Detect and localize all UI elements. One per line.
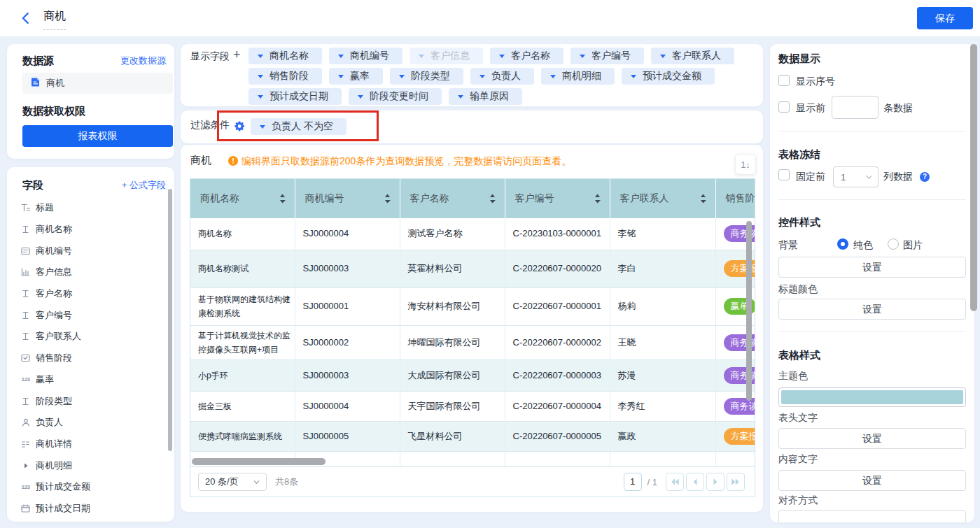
display-field-chip[interactable]: 预计成交日期	[248, 88, 342, 105]
table-row: 基于计算机视觉技术的监控摄像头互联网+项目SJ0000002坤曜国际有限公司C-…	[190, 325, 755, 359]
field-item[interactable]: 客户名称	[7, 283, 174, 305]
change-datasource-link[interactable]: 更改数据源	[120, 55, 166, 67]
field-item[interactable]: 客户编号	[7, 304, 174, 326]
display-field-chip[interactable]: 客户编号	[570, 48, 644, 64]
field-item[interactable]: 阶段类型	[7, 390, 174, 412]
column-header[interactable]: 客户名称	[400, 179, 505, 218]
last-page-button[interactable]	[727, 473, 745, 491]
front-count-unit-label: 条数据	[883, 102, 913, 115]
prev-page-button[interactable]	[686, 473, 704, 491]
chevron-down-icon	[399, 75, 405, 78]
field-list-scrollbar[interactable]	[168, 189, 172, 451]
field-item-label: 商机详情	[36, 438, 72, 450]
display-field-chip[interactable]: 销售阶段	[248, 68, 322, 85]
display-field-chip[interactable]: 赢率	[329, 68, 383, 85]
column-header-label: 客户联系人	[620, 192, 669, 204]
filter-gear-icon[interactable]	[234, 121, 245, 134]
table-vertical-scrollbar[interactable]	[746, 221, 752, 401]
display-field-chip[interactable]: 客户联系人	[651, 48, 734, 64]
table-cell	[610, 451, 715, 466]
image-radio[interactable]	[888, 238, 899, 250]
field-item[interactable]: 123赢率	[7, 369, 174, 391]
content-text-setting-button[interactable]: 设置	[778, 470, 966, 491]
page-number-input[interactable]: 1	[624, 473, 642, 491]
field-item[interactable]: 客户联系人	[7, 326, 174, 348]
display-field-chip[interactable]: 商机编号	[329, 48, 402, 64]
field-item[interactable]: 商机名称	[7, 219, 174, 241]
page-title[interactable]: 商机	[43, 9, 66, 30]
filter-condition-chip[interactable]: 负责人 不为空	[251, 118, 346, 135]
show-index-checkbox[interactable]	[778, 75, 790, 86]
help-icon[interactable]: ?	[920, 172, 930, 182]
field-item[interactable]: 商机明细	[7, 455, 174, 476]
background-setting-button[interactable]: 设置	[778, 257, 966, 278]
add-display-field-icon[interactable]: +	[233, 48, 241, 62]
sort-arrows-icon[interactable]	[279, 194, 286, 206]
page-size-select[interactable]: 20 条/页	[198, 473, 267, 491]
field-item[interactable]: 销售阶段	[7, 348, 174, 369]
header-text-setting-button[interactable]: 设置	[778, 428, 966, 449]
datasource-item[interactable]: 商机	[22, 73, 173, 94]
align-control[interactable]	[778, 510, 966, 522]
permission-title: 数据获取权限	[22, 105, 85, 118]
display-field-chip[interactable]: 客户信息	[410, 48, 483, 64]
field-item[interactable]: 商机编号	[7, 240, 174, 262]
sort-arrows-icon[interactable]	[594, 194, 601, 206]
title-color-setting-button[interactable]: 设置	[778, 299, 966, 320]
field-item[interactable]: 标题	[7, 197, 174, 219]
data-display-title: 数据显示	[778, 52, 966, 66]
field-item-label: 赢率	[36, 373, 54, 386]
sort-arrows-icon[interactable]	[384, 194, 391, 206]
field-item[interactable]: 客户信息	[7, 262, 174, 283]
show-front-checkbox[interactable]	[778, 101, 790, 113]
back-icon[interactable]	[19, 11, 33, 25]
front-count-input[interactable]	[832, 96, 878, 119]
display-field-chip[interactable]: 客户名称	[490, 48, 564, 64]
freeze-checkbox[interactable]	[778, 169, 790, 180]
column-header[interactable]: 客户联系人	[610, 179, 715, 218]
field-item[interactable]: 123预计成交金额	[7, 476, 174, 498]
table-horizontal-scrollbar[interactable]	[192, 458, 326, 465]
panel-scrollbar[interactable]	[970, 44, 977, 311]
freeze-count-select[interactable]: 1	[833, 166, 878, 187]
save-button[interactable]: 保存	[917, 7, 973, 29]
chevron-down-icon	[338, 55, 344, 58]
table-cell: SJ0000003	[295, 250, 400, 287]
chevron-down-icon	[660, 55, 666, 58]
column-header[interactable]: 商机名称	[190, 179, 295, 218]
column-header[interactable]: 商机编号	[295, 179, 400, 218]
display-field-chip[interactable]: 阶段变更时间	[349, 88, 442, 105]
display-field-chip[interactable]: 负责人	[470, 68, 534, 85]
table-cell: C-20220607-0000020	[505, 250, 610, 287]
field-item[interactable]: 商机详情	[7, 434, 174, 455]
display-field-chip[interactable]: 预计成交金额	[622, 68, 715, 85]
next-page-button[interactable]	[706, 473, 724, 491]
add-formula-field-link[interactable]: + 公式字段	[122, 179, 166, 192]
stage-badge: 方案报价	[724, 428, 755, 445]
display-field-chip[interactable]: 阶段类型	[390, 68, 463, 85]
table-row: 小p手环SJ0000003大成国际有限公司C-20220607-0000003苏…	[190, 359, 755, 391]
table-cell: 莫霍材料公司	[400, 250, 505, 287]
column-header[interactable]: 销售阶段	[715, 179, 755, 218]
sort-arrows-icon[interactable]	[489, 194, 496, 206]
column-header-label: 销售阶段	[726, 192, 755, 204]
align-label: 对齐方式	[778, 494, 966, 507]
table-row: 商机名称SJ0000004测试客户名称C-20230103-0000001李铭商…	[190, 218, 755, 250]
theme-color-swatch[interactable]	[778, 387, 966, 407]
report-permission-button[interactable]: 报表权限	[22, 125, 173, 147]
first-page-button[interactable]	[666, 473, 684, 491]
subform-field-icon	[20, 462, 31, 469]
field-item-label: 商机编号	[36, 245, 72, 257]
display-field-chip[interactable]: 商机明细	[541, 68, 615, 85]
solid-color-radio[interactable]	[837, 238, 848, 250]
display-field-chip[interactable]: 输单原因	[449, 88, 522, 105]
sort-button[interactable]: 1↓	[735, 154, 756, 175]
column-header[interactable]: 客户编号	[505, 179, 610, 218]
chip-label: 阶段类型	[411, 70, 450, 83]
field-item-label: 标题	[36, 201, 54, 214]
field-item[interactable]: 负责人	[7, 412, 174, 434]
sort-arrows-icon[interactable]	[700, 194, 706, 206]
field-item-label: 客户名称	[36, 287, 72, 300]
display-field-chip[interactable]: 商机名称	[248, 48, 322, 64]
field-item[interactable]: 预计成交日期	[7, 498, 174, 520]
